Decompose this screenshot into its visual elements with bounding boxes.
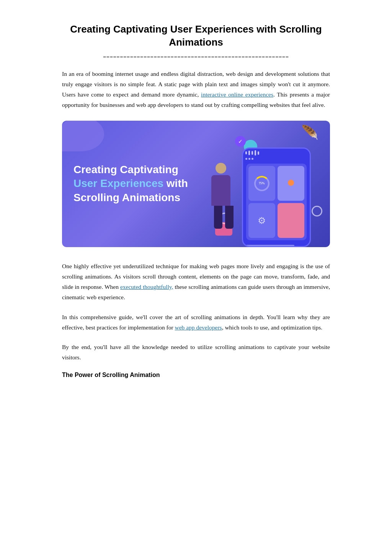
stat-bar-1	[245, 151, 247, 154]
progress-circle: 75%	[254, 176, 270, 191]
phone-frame: 75% ⚙	[242, 148, 311, 247]
screen-card-progress: 75%	[248, 166, 275, 201]
banner-title-line3: Scrolling Animations	[74, 192, 180, 203]
paragraph-scrolling-animations: One highly effective yet underutilized t…	[62, 261, 330, 303]
title-divider: ========================================…	[62, 54, 330, 59]
feature-banner: 🪶 Creating Captivating User Experiences …	[62, 121, 330, 247]
web-app-developers-link[interactable]: web app developers	[175, 324, 222, 331]
person-head	[216, 163, 226, 174]
banner-title-line2: User Experiences	[74, 177, 163, 189]
dots-row	[243, 157, 310, 161]
stat-bar-4	[255, 150, 256, 156]
bottom-lines	[243, 243, 310, 247]
stat-bar-2	[248, 151, 250, 155]
banner-title-line1: Creating Captivating	[74, 164, 178, 175]
dot-2	[248, 158, 250, 160]
intro-paragraph: In an era of booming internet usage and …	[62, 69, 330, 110]
line-1	[246, 245, 294, 246]
screen-card-wave	[278, 203, 304, 238]
dot-3	[252, 158, 253, 160]
banner-title-with: with	[167, 177, 188, 189]
banner-text-area: Creating Captivating User Experiences wi…	[74, 132, 196, 208]
executed-thoughtfully-link[interactable]: executed thoughtfully,	[120, 284, 173, 290]
banner-title: Creating Captivating User Experiences wi…	[74, 163, 196, 205]
paragraph-guide-intro: In this comprehensive guide, we'll cover…	[62, 312, 330, 333]
stat-bar-3	[252, 151, 253, 155]
section-heading-power: The Power of Scrolling Animation	[62, 372, 330, 379]
phone-mockup: 75% ⚙	[227, 144, 311, 247]
screen-card-orange	[278, 166, 304, 201]
phone-screen: 75% ⚙	[246, 164, 307, 240]
screen-card-gear: ⚙	[248, 203, 275, 238]
circle-decoration-right	[312, 206, 322, 216]
article-title: Creating Captivating User Experiences wi…	[62, 23, 330, 49]
stat-bar-5	[258, 151, 259, 155]
gear-icon: ⚙	[258, 215, 266, 226]
banner-illustration: ✓	[196, 132, 318, 247]
dot-1	[245, 158, 247, 160]
para2-text-after-link: , which tools to use, and optimization t…	[222, 324, 323, 331]
interactive-experiences-link[interactable]: interactive online experiences	[201, 91, 273, 98]
person-leg-left	[214, 206, 222, 229]
paragraph-conclusion-intro: By the end, you'll have all the knowledg…	[62, 342, 330, 362]
stats-bar	[243, 149, 310, 157]
